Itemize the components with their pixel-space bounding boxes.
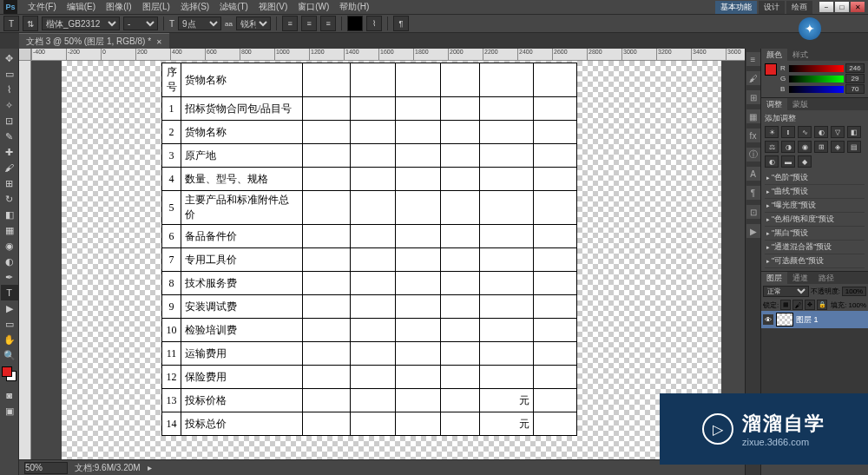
- layer-visibility-icon[interactable]: 👁: [763, 314, 773, 325]
- blue-value[interactable]: 70: [845, 84, 865, 94]
- menu-layer[interactable]: 图层(L): [137, 1, 175, 13]
- preset-item[interactable]: "曝光度"预设: [765, 199, 865, 213]
- layer-thumbnail[interactable]: [776, 313, 793, 327]
- font-size-select[interactable]: 9点: [178, 16, 221, 30]
- blend-mode-select[interactable]: 正常: [763, 286, 809, 297]
- balance-icon[interactable]: ⚖: [765, 141, 779, 153]
- vibrance-icon[interactable]: ▽: [831, 126, 845, 138]
- levels-icon[interactable]: ⫿: [781, 126, 795, 138]
- window-minimize[interactable]: −: [819, 2, 833, 12]
- move-tool[interactable]: ✥: [1, 50, 18, 66]
- menu-edit[interactable]: 编辑(E): [62, 1, 101, 13]
- menu-select[interactable]: 选择(S): [175, 1, 214, 13]
- document-tab[interactable]: 文档 3 @ 50% (图层 1, RGB/8) *✕: [19, 33, 169, 49]
- lasso-tool[interactable]: ⌇: [1, 82, 18, 97]
- align-right-icon[interactable]: ≡: [320, 16, 336, 31]
- paths-tab[interactable]: 路径: [813, 272, 839, 284]
- heal-tool[interactable]: ✚: [1, 144, 18, 160]
- crop-tool[interactable]: ⊡: [1, 113, 18, 129]
- layers-tab[interactable]: 图层: [761, 272, 787, 284]
- lock-transparency-icon[interactable]: ▦: [780, 300, 791, 310]
- char-panel-icon[interactable]: A: [746, 167, 760, 181]
- ruler-horizontal[interactable]: -400-20002004006008001000120014001600180…: [31, 49, 745, 61]
- pen-tool[interactable]: ✒: [1, 269, 18, 285]
- menu-help[interactable]: 帮助(H): [334, 1, 374, 13]
- para-panel-icon[interactable]: ¶: [746, 186, 760, 200]
- channel-mixer-icon[interactable]: ⊞: [814, 141, 828, 153]
- menu-filter[interactable]: 滤镜(T): [214, 1, 253, 13]
- brush-tool[interactable]: 🖌: [1, 160, 18, 175]
- workspace-design[interactable]: 设计: [759, 1, 785, 14]
- preset-item[interactable]: "色相/饱和度"预设: [765, 213, 865, 227]
- align-center-icon[interactable]: ≡: [301, 16, 317, 31]
- menu-image[interactable]: 图像(I): [101, 1, 136, 13]
- channels-tab[interactable]: 通道: [787, 272, 813, 284]
- shape-tool[interactable]: ▭: [1, 316, 18, 332]
- preset-item[interactable]: "色阶"预设: [765, 171, 865, 185]
- preset-item[interactable]: "可选颜色"预设: [765, 254, 865, 268]
- nav-panel-icon[interactable]: ⊡: [746, 205, 760, 219]
- workspace-essentials[interactable]: 基本功能: [715, 1, 757, 14]
- color-tab[interactable]: 颜色: [761, 49, 787, 61]
- canvas-viewport[interactable]: 序号 货物名称 1 招标货物合同包/品目号 2 货物名称 3 原产地 4 数量、…: [31, 61, 745, 459]
- workspace-paint[interactable]: 绘画: [786, 1, 812, 14]
- text-orientation-icon[interactable]: ⇅: [23, 16, 38, 31]
- font-style-select[interactable]: -: [123, 16, 158, 30]
- preset-item[interactable]: "黑白"预设: [765, 227, 865, 241]
- align-left-icon[interactable]: ≡: [282, 16, 298, 31]
- preset-item[interactable]: "曲线"预设: [765, 185, 865, 199]
- layer-name[interactable]: 图层 1: [796, 314, 819, 326]
- lock-pixels-icon[interactable]: 🖌: [792, 300, 803, 310]
- zoom-input[interactable]: [24, 462, 68, 474]
- blur-tool[interactable]: ◉: [1, 238, 18, 254]
- stamp-tool[interactable]: ⊞: [1, 175, 18, 191]
- window-maximize[interactable]: □: [835, 2, 849, 12]
- menu-window[interactable]: 窗口(W): [293, 1, 334, 13]
- swatch-panel-icon[interactable]: ▦: [746, 109, 760, 123]
- type-tool-preset[interactable]: T: [3, 16, 19, 31]
- fill-value[interactable]: 100%: [849, 301, 866, 309]
- preset-item[interactable]: "通道混合器"预设: [765, 241, 865, 254]
- layer-row[interactable]: 👁 图层 1: [761, 311, 868, 328]
- ruler-origin[interactable]: [19, 49, 31, 61]
- marquee-tool[interactable]: ▭: [1, 66, 18, 82]
- adjustments-tab[interactable]: 调整: [761, 98, 787, 110]
- screen-mode-icon[interactable]: ▣: [1, 403, 18, 419]
- bw-icon[interactable]: ◑: [781, 141, 795, 153]
- history-panel-icon[interactable]: ≡: [746, 52, 760, 66]
- gradient-map-icon[interactable]: ▬: [781, 155, 795, 168]
- text-color-swatch[interactable]: [347, 16, 363, 31]
- menu-file[interactable]: 文件(F): [23, 1, 62, 13]
- style-panel-icon[interactable]: fx: [746, 129, 760, 142]
- photo-filter-icon[interactable]: ◉: [798, 141, 812, 153]
- color-swatches[interactable]: [2, 366, 16, 384]
- status-arrow-icon[interactable]: ▸: [148, 463, 152, 472]
- ruler-vertical[interactable]: [19, 61, 31, 459]
- red-slider[interactable]: [789, 65, 844, 72]
- red-value[interactable]: 246: [845, 63, 865, 73]
- info-panel-icon[interactable]: ⓘ: [746, 148, 760, 162]
- zoom-tool[interactable]: 🔍: [1, 347, 18, 363]
- selective-color-icon[interactable]: ◆: [798, 155, 812, 168]
- styles-tab[interactable]: 样式: [787, 49, 813, 61]
- hand-tool[interactable]: ✋: [1, 332, 18, 347]
- lock-position-icon[interactable]: ✥: [805, 300, 815, 310]
- path-select-tool[interactable]: ▶: [1, 300, 18, 316]
- eraser-tool[interactable]: ◧: [1, 207, 18, 222]
- wand-tool[interactable]: ✧: [1, 97, 18, 113]
- color-preview[interactable]: [765, 63, 777, 76]
- green-slider[interactable]: [789, 76, 844, 82]
- foreground-color[interactable]: [2, 366, 12, 377]
- green-value[interactable]: 29: [845, 74, 865, 83]
- opacity-value[interactable]: 100%: [842, 287, 866, 296]
- exposure-icon[interactable]: ◐: [814, 126, 828, 138]
- brightness-icon[interactable]: ☀: [765, 126, 779, 138]
- curves-icon[interactable]: ∿: [798, 126, 812, 138]
- window-close[interactable]: ✕: [851, 2, 865, 12]
- antialias-select[interactable]: 锐利: [236, 16, 271, 30]
- menu-view[interactable]: 视图(V): [253, 1, 293, 13]
- lock-all-icon[interactable]: 🔒: [817, 300, 827, 310]
- action-panel-icon[interactable]: ▶: [746, 224, 760, 238]
- gradient-tool[interactable]: ▦: [1, 222, 18, 238]
- dodge-tool[interactable]: ◐: [1, 254, 18, 269]
